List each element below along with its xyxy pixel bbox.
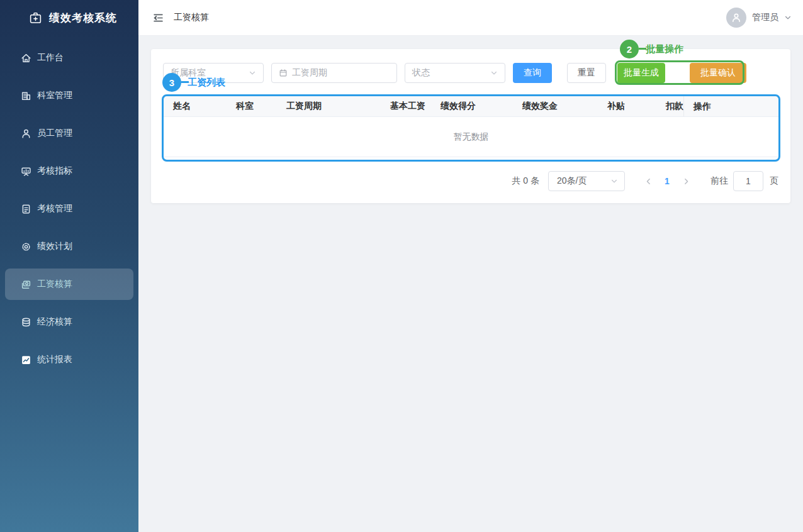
pagination: 共 0 条 20条/页 1 前往 页 bbox=[512, 171, 778, 191]
app-title: 绩效考核系统 bbox=[49, 11, 117, 25]
sidebar-item-label: 考核管理 bbox=[37, 203, 72, 214]
gear-icon bbox=[21, 241, 31, 252]
status-select[interactable]: 状态 bbox=[405, 63, 505, 83]
reset-button[interactable]: 重置 bbox=[567, 63, 606, 83]
sidebar-item-salary[interactable]: 工资核算 bbox=[5, 269, 133, 300]
salary-table: 姓名 科室 工资周期 基本工资 绩效得分 绩效奖金 补贴 扣款 操作 暂无数据 bbox=[164, 96, 778, 157]
page-size-value: 20条/页 bbox=[557, 175, 587, 187]
avatar bbox=[726, 8, 746, 28]
document-icon bbox=[21, 204, 31, 214]
col-period: 工资周期 bbox=[277, 96, 381, 116]
app-logo: 绩效考核系统 bbox=[0, 0, 138, 36]
database-icon bbox=[21, 317, 31, 328]
user-menu[interactable]: 管理员 bbox=[726, 8, 792, 28]
sidebar-item-workbench[interactable]: 工作台 bbox=[5, 42, 133, 74]
sidebar-item-label: 考核指标 bbox=[37, 165, 72, 177]
page-unit-label: 页 bbox=[770, 175, 778, 187]
chevron-left-icon[interactable] bbox=[639, 177, 658, 186]
breadcrumb-page-title: 工资核算 bbox=[174, 12, 209, 23]
chevron-down-icon bbox=[784, 14, 792, 21]
salary-period-datepicker[interactable]: 工资周期 bbox=[271, 63, 397, 83]
sidebar: 绩效考核系统 工作台 科室管理 bbox=[0, 0, 138, 532]
user-name: 管理员 bbox=[752, 12, 778, 23]
department-select[interactable]: 所属科室 bbox=[163, 63, 264, 83]
col-department: 科室 bbox=[227, 96, 277, 116]
sidebar-item-departments[interactable]: 科室管理 bbox=[5, 80, 133, 111]
search-button[interactable]: 查询 bbox=[513, 63, 552, 83]
sidebar-item-label: 科室管理 bbox=[37, 90, 72, 101]
chevron-right-icon[interactable] bbox=[677, 177, 695, 186]
sidebar-menu: 工作台 科室管理 员工管理 bbox=[0, 36, 138, 375]
annotation-connector-2 bbox=[639, 48, 646, 50]
user-icon bbox=[21, 128, 31, 139]
batch-generate-button[interactable]: 批量生成 bbox=[617, 63, 665, 83]
sidebar-item-assessments[interactable]: 考核管理 bbox=[5, 193, 133, 224]
sidebar-item-reports[interactable]: 统计报表 bbox=[5, 344, 133, 375]
presentation-board-icon bbox=[21, 166, 31, 177]
col-performance-score: 绩效得分 bbox=[431, 96, 513, 116]
goto-label: 前往 bbox=[710, 175, 728, 187]
page-number-1[interactable]: 1 bbox=[658, 176, 677, 186]
fold-sidebar-icon[interactable] bbox=[152, 12, 164, 24]
page-size-select[interactable]: 20条/页 bbox=[548, 171, 625, 191]
sidebar-item-label: 经济核算 bbox=[37, 316, 72, 328]
sidebar-item-economics[interactable]: 经济核算 bbox=[5, 306, 133, 338]
col-subsidy: 补贴 bbox=[598, 96, 656, 116]
money-icon bbox=[21, 279, 31, 290]
department-placeholder: 所属科室 bbox=[171, 67, 206, 79]
sidebar-item-label: 绩效计划 bbox=[37, 241, 72, 252]
sidebar-item-label: 工作台 bbox=[37, 52, 64, 64]
period-placeholder: 工资周期 bbox=[292, 67, 327, 79]
chevron-down-icon bbox=[610, 177, 618, 185]
annotation-badge-2: 2 bbox=[620, 40, 639, 58]
chevron-down-icon bbox=[490, 69, 498, 77]
app-root: 绩效考核系统 工作台 科室管理 bbox=[0, 0, 803, 532]
goto-page-input[interactable] bbox=[733, 171, 763, 191]
building-icon bbox=[21, 91, 31, 101]
medical-kit-icon bbox=[29, 11, 42, 25]
sidebar-item-performance-plan[interactable]: 绩效计划 bbox=[5, 231, 133, 262]
col-base-salary: 基本工资 bbox=[381, 96, 431, 116]
table-header-row: 姓名 科室 工资周期 基本工资 绩效得分 绩效奖金 补贴 扣款 操作 bbox=[164, 96, 778, 117]
col-actions: 操作 bbox=[683, 96, 778, 117]
batch-confirm-button[interactable]: 批量确认 bbox=[690, 63, 746, 83]
table-empty-state: 暂无数据 bbox=[164, 117, 778, 157]
status-placeholder: 状态 bbox=[412, 67, 430, 79]
chart-icon bbox=[21, 355, 31, 365]
sidebar-item-indicators[interactable]: 考核指标 bbox=[5, 155, 133, 187]
total-count: 共 0 条 bbox=[512, 175, 539, 187]
annotation-label-batch-actions: 批量操作 bbox=[646, 43, 683, 55]
calendar-icon bbox=[279, 69, 288, 77]
topbar: 工资核算 管理员 bbox=[138, 0, 803, 36]
sidebar-item-employees[interactable]: 员工管理 bbox=[5, 118, 133, 149]
empty-text: 暂无数据 bbox=[454, 131, 489, 143]
chevron-down-icon bbox=[249, 69, 256, 77]
col-name: 姓名 bbox=[164, 96, 227, 116]
sidebar-item-label: 员工管理 bbox=[37, 128, 72, 139]
sidebar-item-label: 工资核算 bbox=[37, 279, 72, 290]
col-performance-bonus: 绩效奖金 bbox=[513, 96, 598, 116]
sidebar-item-label: 统计报表 bbox=[37, 354, 72, 365]
home-icon bbox=[21, 53, 31, 64]
salary-card: 所属科室 工资周期 状态 查询 重置 bbox=[151, 49, 790, 203]
main-content: 所属科室 工资周期 状态 查询 重置 bbox=[138, 36, 803, 532]
